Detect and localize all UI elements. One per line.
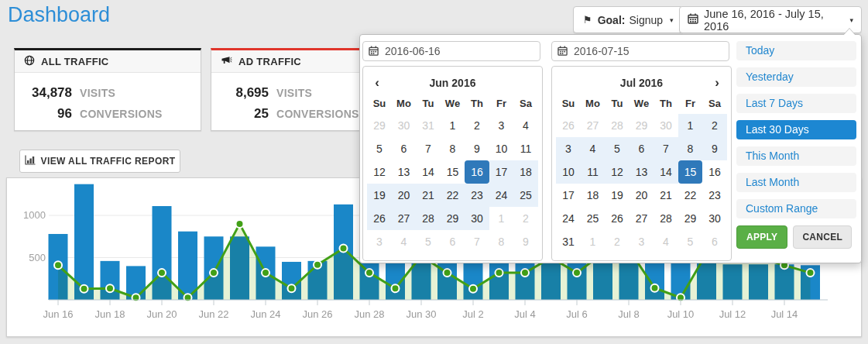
- calendar-day[interactable]: 21: [416, 184, 441, 207]
- line-marker[interactable]: [651, 284, 659, 292]
- range-option-yesterday[interactable]: Yesterday: [736, 67, 856, 87]
- calendar-day[interactable]: 24: [556, 207, 581, 230]
- calendar-day[interactable]: 4: [581, 137, 606, 160]
- line-marker[interactable]: [81, 285, 88, 293]
- line-marker[interactable]: [496, 269, 503, 277]
- range-option-last-month[interactable]: Last Month: [736, 173, 856, 192]
- calendar-day[interactable]: 2: [465, 114, 489, 137]
- prev-month-button[interactable]: ‹: [368, 74, 386, 92]
- calendar-day[interactable]: 15: [678, 160, 703, 184]
- bar[interactable]: [178, 232, 197, 300]
- calendar-day[interactable]: 1: [489, 207, 514, 230]
- calendar-day[interactable]: 31: [556, 230, 581, 253]
- start-date-input[interactable]: [362, 41, 540, 61]
- calendar-day[interactable]: 28: [605, 114, 630, 137]
- calendar-day[interactable]: 10: [489, 137, 514, 160]
- calendar-day[interactable]: 29: [367, 114, 392, 137]
- calendar-day[interactable]: 13: [630, 160, 654, 184]
- line-marker[interactable]: [106, 284, 114, 292]
- cancel-button[interactable]: CANCEL: [793, 225, 852, 249]
- calendar-day[interactable]: 9: [513, 230, 538, 253]
- calendar-day[interactable]: 6: [392, 137, 417, 160]
- calendar-day[interactable]: 16: [465, 160, 489, 184]
- calendar-day[interactable]: 8: [678, 137, 703, 160]
- view-all-traffic-report-button[interactable]: VIEW ALL TRAFFIC REPORT: [19, 150, 180, 173]
- calendar-day[interactable]: 16: [702, 160, 727, 184]
- calendar-day[interactable]: 20: [630, 184, 654, 207]
- range-option-last-7-days[interactable]: Last 7 Days: [736, 94, 856, 113]
- range-option-custom-range[interactable]: Custom Range: [736, 199, 856, 218]
- calendar-day[interactable]: 11: [513, 137, 538, 160]
- line-marker[interactable]: [54, 261, 62, 269]
- calendar-day[interactable]: 27: [630, 207, 654, 230]
- calendar-day[interactable]: 28: [654, 207, 678, 230]
- calendar-day[interactable]: 5: [367, 137, 392, 160]
- calendar-day[interactable]: 17: [489, 160, 514, 184]
- calendar-day[interactable]: 29: [630, 114, 654, 137]
- calendar-day[interactable]: 8: [441, 137, 465, 160]
- calendar-day[interactable]: 14: [654, 160, 678, 184]
- calendar-day[interactable]: 3: [489, 114, 514, 137]
- calendar-day[interactable]: 2: [702, 114, 727, 137]
- line-marker[interactable]: [158, 269, 166, 277]
- range-option-last-30-days[interactable]: Last 30 Days: [736, 120, 856, 139]
- calendar-day[interactable]: 6: [702, 230, 727, 253]
- calendar-day[interactable]: 4: [392, 230, 417, 253]
- calendar-day[interactable]: 30: [392, 114, 417, 137]
- line-marker[interactable]: [807, 269, 815, 277]
- calendar-day[interactable]: 1: [581, 230, 606, 253]
- calendar-day[interactable]: 7: [654, 137, 678, 160]
- calendar-day[interactable]: 21: [654, 184, 678, 207]
- calendar-day[interactable]: 4: [513, 114, 538, 137]
- calendar-day[interactable]: 15: [441, 160, 465, 184]
- calendar-day[interactable]: 13: [392, 160, 417, 184]
- line-marker[interactable]: [392, 284, 400, 292]
- line-marker[interactable]: [314, 261, 321, 269]
- end-date-input[interactable]: [551, 41, 729, 61]
- range-option-today[interactable]: Today: [736, 41, 856, 60]
- calendar-day[interactable]: 2: [605, 230, 630, 253]
- range-option-this-month[interactable]: This Month: [736, 146, 856, 166]
- calendar-day[interactable]: 25: [513, 184, 538, 207]
- calendar-day[interactable]: 4: [654, 230, 678, 253]
- calendar-day[interactable]: 18: [513, 160, 538, 184]
- line-marker[interactable]: [444, 269, 451, 277]
- calendar-day[interactable]: 30: [702, 207, 727, 230]
- calendar-day[interactable]: 26: [556, 114, 581, 137]
- calendar-day[interactable]: 22: [441, 184, 465, 207]
- calendar-day[interactable]: 8: [489, 230, 514, 253]
- date-range-button[interactable]: June 16, 2016 - July 15, 2016 ▾: [679, 6, 862, 33]
- calendar-day[interactable]: 19: [605, 184, 630, 207]
- apply-button[interactable]: APPLY: [736, 225, 787, 249]
- line-marker[interactable]: [340, 245, 348, 253]
- line-marker[interactable]: [132, 294, 140, 301]
- calendar-day[interactable]: 7: [465, 230, 489, 253]
- calendar-day[interactable]: 26: [605, 207, 630, 230]
- line-marker[interactable]: [210, 269, 218, 277]
- calendar-day[interactable]: 20: [392, 184, 417, 207]
- calendar-day[interactable]: 17: [556, 184, 581, 207]
- line-marker[interactable]: [365, 269, 373, 277]
- calendar-day[interactable]: 30: [465, 207, 489, 230]
- calendar-day[interactable]: 2: [513, 207, 538, 230]
- calendar-day[interactable]: 12: [367, 160, 392, 184]
- calendar-day[interactable]: 19: [367, 184, 392, 207]
- calendar-day[interactable]: 14: [416, 160, 441, 184]
- calendar-day[interactable]: 1: [678, 114, 703, 137]
- calendar-day[interactable]: 24: [489, 184, 514, 207]
- calendar-day[interactable]: 27: [392, 207, 417, 230]
- goal-selector-button[interactable]: ⚑ Goal: Signup ▾: [573, 6, 684, 33]
- calendar-day[interactable]: 9: [702, 137, 727, 160]
- line-marker[interactable]: [184, 294, 192, 301]
- calendar-day[interactable]: 26: [367, 207, 392, 230]
- calendar-day[interactable]: 5: [605, 137, 630, 160]
- calendar-day[interactable]: 23: [465, 184, 489, 207]
- calendar-day[interactable]: 6: [441, 230, 465, 253]
- calendar-day[interactable]: 11: [581, 160, 606, 184]
- calendar-day[interactable]: 18: [581, 184, 606, 207]
- calendar-day[interactable]: 6: [630, 137, 654, 160]
- line-marker[interactable]: [236, 220, 244, 228]
- calendar-day[interactable]: 30: [654, 114, 678, 137]
- calendar-day[interactable]: 7: [416, 137, 441, 160]
- calendar-day[interactable]: 31: [416, 114, 441, 137]
